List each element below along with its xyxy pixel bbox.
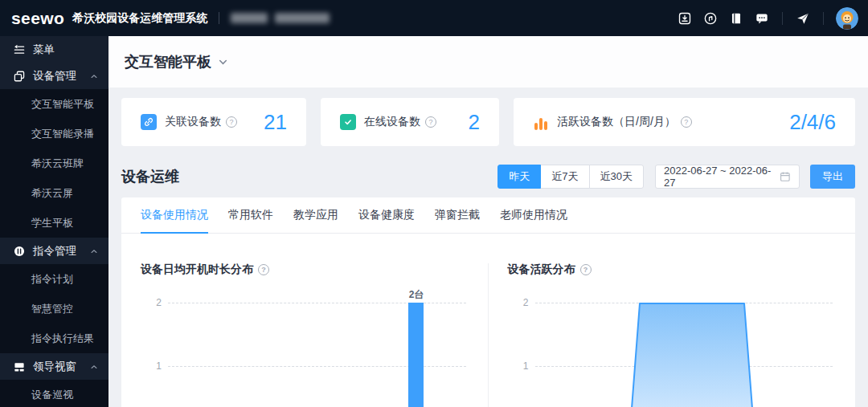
- sidebar-group-label: 设备管理: [33, 69, 76, 83]
- stat-cards-row: 关联设备数 ? 21 在线设备数 ? 2 活跃设备数（日/周/月） ? 2/4/…: [121, 98, 855, 146]
- y-axis-tick: 2: [508, 297, 529, 308]
- user-avatar[interactable]: [836, 7, 858, 30]
- chart-divider: [488, 263, 489, 407]
- header-divider: [219, 12, 219, 24]
- main-content: 交互智能平板 关联设备数 ? 21: [108, 36, 868, 407]
- bar-data-label: 2台: [399, 288, 433, 302]
- y-axis-tick: 1: [508, 360, 529, 372]
- app-title: 希沃校园设备运维管理系统: [72, 11, 207, 26]
- sidebar-item-cloud-board[interactable]: 希沃云班牌: [0, 149, 108, 178]
- chart-daily-uptime-distribution: 设备日均开机时长分布 ? 2 1 2台: [121, 234, 489, 407]
- header-icon-divider: [823, 12, 824, 25]
- stat-value: 2: [469, 110, 480, 135]
- send-icon[interactable]: [796, 11, 810, 26]
- chevron-up-icon: [90, 247, 98, 255]
- sidebar-item-command-results[interactable]: 指令执行结果: [0, 324, 108, 353]
- area-series[interactable]: [620, 303, 764, 407]
- manual-icon[interactable]: [729, 11, 743, 26]
- command-management-icon: [13, 245, 26, 258]
- help-icon[interactable]: ?: [425, 116, 436, 128]
- chart-title: 设备日均开机时长分布: [141, 263, 253, 277]
- stat-card-linked-devices: 关联设备数 ? 21: [121, 98, 306, 146]
- section-title: 设备运维: [121, 167, 179, 186]
- stat-label: 关联设备数: [165, 115, 221, 129]
- sidebar-group-device-management[interactable]: 设备管理: [0, 63, 108, 89]
- sidebar-menu-label: 菜单: [33, 43, 55, 57]
- device-type-bar: 交互智能平板: [108, 36, 868, 88]
- range-yesterday-button[interactable]: 昨天: [497, 165, 541, 189]
- tab-teaching-apps[interactable]: 教学应用: [293, 197, 338, 234]
- y-axis-tick: 1: [141, 360, 162, 372]
- feedback-icon[interactable]: [755, 11, 769, 26]
- sidebar-group-command-management[interactable]: 指令管理: [0, 238, 108, 264]
- collapse-menu-icon: [13, 43, 26, 56]
- date-range-value: 2022-06-27 ~ 2022-06-27: [664, 165, 780, 189]
- device-management-icon: [13, 70, 26, 83]
- device-ops-header: 设备运维 昨天 近7天 近30天 2022-06-27 ~ 2022-06-27…: [121, 165, 855, 189]
- sidebar-item-smart-control[interactable]: 智慧管控: [0, 294, 108, 324]
- tab-common-software[interactable]: 常用软件: [228, 197, 273, 234]
- filter-controls: 昨天 近7天 近30天 2022-06-27 ~ 2022-06-27 导出: [497, 165, 855, 189]
- sidebar-item-student-tablet[interactable]: 学生平板: [0, 208, 108, 238]
- chart-title: 设备活跃分布: [508, 263, 575, 277]
- seewo-logo: seewo: [11, 0, 64, 36]
- tab-device-health[interactable]: 设备健康度: [358, 197, 415, 234]
- sidebar-menu-toggle[interactable]: 菜单: [0, 36, 108, 63]
- help-icon[interactable]: ?: [681, 116, 692, 128]
- bar-chart-plot: 2 1 2台: [141, 287, 469, 407]
- sidebar-submenu-leader: 设备巡视: [0, 380, 108, 407]
- link-icon: [141, 114, 157, 130]
- stat-label: 在线设备数: [364, 115, 420, 129]
- sidebar-submenu-command: 指令计划 智慧管控 指令执行结果: [0, 264, 108, 353]
- export-button[interactable]: 导出: [810, 165, 855, 189]
- calendar-icon: [780, 171, 791, 182]
- sidebar-group-label: 指令管理: [33, 244, 76, 258]
- tab-popup-block[interactable]: 弹窗拦截: [435, 197, 480, 234]
- chevron-up-icon: [90, 72, 98, 80]
- check-board-icon: [340, 114, 356, 130]
- app-root: seewo 希沃校园设备运维管理系统: [0, 0, 868, 407]
- service-icon[interactable]: [703, 11, 718, 26]
- top-header: seewo 希沃校园设备运维管理系统: [0, 0, 868, 36]
- masked-school-name: [231, 13, 330, 23]
- help-icon[interactable]: ?: [258, 264, 269, 275]
- device-type-selector[interactable]: 交互智能平板: [125, 52, 211, 71]
- range-7days-button[interactable]: 近7天: [540, 165, 589, 189]
- stat-label: 活跃设备数（日/周/月）: [557, 115, 676, 129]
- help-icon[interactable]: ?: [580, 264, 592, 275]
- stat-card-active-devices: 活跃设备数（日/周/月） ? 2/4/6: [514, 98, 855, 146]
- sidebar-group-label: 领导视窗: [33, 360, 76, 374]
- stat-value: 2/4/6: [789, 110, 836, 135]
- ops-tabbar: 设备使用情况 常用软件 教学应用 设备健康度 弹窗拦截 老师使用情况: [121, 197, 855, 234]
- range-30days-button[interactable]: 近30天: [589, 165, 644, 189]
- tab-device-usage[interactable]: 设备使用情况: [141, 197, 208, 234]
- sidebar-item-device-inspection[interactable]: 设备巡视: [0, 380, 108, 407]
- chart-device-activity-distribution: 设备活跃分布 ? 2 1: [489, 234, 856, 407]
- leader-view-icon: [13, 360, 26, 373]
- date-range-picker[interactable]: 2022-06-27 ~ 2022-06-27: [655, 165, 800, 189]
- help-icon[interactable]: ?: [226, 116, 237, 128]
- sidebar-submenu-device: 交互智能平板 交互智能录播 希沃云班牌 希沃云屏 学生平板: [0, 89, 108, 238]
- sidebar-group-leader-view[interactable]: 领导视窗: [0, 353, 108, 380]
- sidebar-item-recording[interactable]: 交互智能录播: [0, 119, 108, 149]
- download-icon[interactable]: [678, 11, 692, 26]
- chevron-up-icon: [90, 363, 98, 371]
- sidebar-item-command-plan[interactable]: 指令计划: [0, 264, 108, 294]
- y-axis-tick: 2: [141, 297, 162, 308]
- range-button-group: 昨天 近7天 近30天: [497, 165, 644, 189]
- device-ops-panel: 设备使用情况 常用软件 教学应用 设备健康度 弹窗拦截 老师使用情况 设备日均开…: [121, 197, 855, 407]
- sidebar-item-cloud-screen[interactable]: 希沃云屏: [0, 178, 108, 208]
- sidebar: 菜单 设备管理 交互智能平板 交互智能录播 希沃云班牌 希沃云屏 学生平板 指: [0, 36, 108, 407]
- header-icon-divider: [782, 12, 783, 25]
- bar-chart-icon: [533, 114, 549, 130]
- chevron-down-icon[interactable]: [218, 57, 228, 67]
- header-actions: [672, 7, 858, 30]
- area-chart-plot: 2 1: [508, 287, 837, 407]
- tab-teacher-usage[interactable]: 老师使用情况: [500, 197, 567, 234]
- sidebar-item-interactive-panel[interactable]: 交互智能平板: [0, 89, 108, 119]
- stat-card-online-devices: 在线设备数 ? 2: [321, 98, 499, 146]
- bar-value-2[interactable]: [408, 303, 424, 407]
- stat-value: 21: [264, 110, 287, 135]
